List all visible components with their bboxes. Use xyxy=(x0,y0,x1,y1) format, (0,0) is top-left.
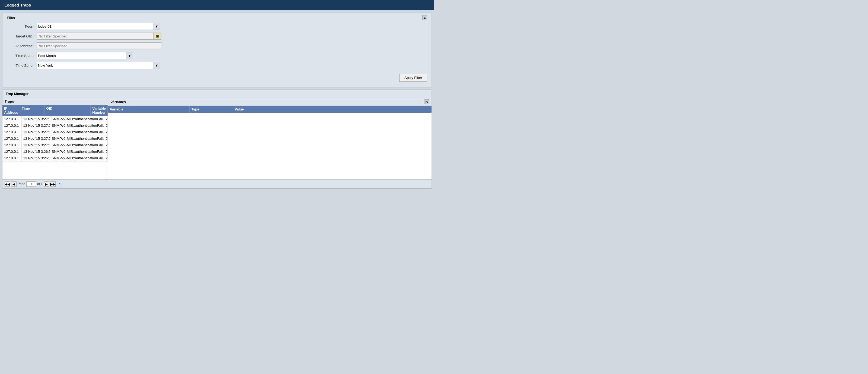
last-page-icon: ▶▶ xyxy=(50,182,56,186)
table-row[interactable]: 127.0.0.1 13 Nov '15 3:26:56 SNMPv2-MIB:… xyxy=(2,155,108,162)
traps-panel: Traps IP Address Time OID Variable Numbe… xyxy=(2,98,108,179)
time-zone-dropdown-arrow[interactable]: ▼ xyxy=(153,62,160,69)
chevron-down-icon: ▼ xyxy=(155,24,158,29)
cell-ip: 127.0.0.1 xyxy=(2,148,22,155)
peer-dropdown-wrapper: ledes-01 ▼ xyxy=(37,23,160,30)
last-page-button[interactable]: ▶▶ xyxy=(50,181,56,187)
cell-time: 13 Nov '15 3:26:56 xyxy=(22,155,50,161)
page-title: Logged Traps xyxy=(0,0,434,10)
cell-time: 13 Nov '15 3:27:08 xyxy=(22,129,50,135)
traps-table-body: 127.0.0.1 13 Nov '15 3:27:14 SNMPv2-MIB:… xyxy=(2,116,108,179)
var-col-header-type: Type xyxy=(190,106,233,113)
cell-varnum: 2 xyxy=(104,136,108,142)
traps-title: Traps xyxy=(2,98,108,105)
page-of-label: of 1 xyxy=(37,182,42,186)
cell-oid: SNMPv2-MIB::authenticationFailure xyxy=(50,122,104,128)
apply-filter-button[interactable]: Apply Filter xyxy=(399,74,427,82)
cell-ip: 127.0.0.1 xyxy=(2,142,22,148)
time-span-dropdown-wrapper: Past Month ▼ xyxy=(37,52,133,59)
target-oid-label: Target OID: xyxy=(7,34,37,38)
cell-oid: SNMPv2-MIB::authenticationFailure xyxy=(50,148,104,155)
col-header-oid: OID xyxy=(44,105,91,116)
ip-address-row: IP Address: xyxy=(7,42,427,49)
table-row[interactable]: 127.0.0.1 13 Nov '15 3:27:14 SNMPv2-MIB:… xyxy=(2,116,108,122)
chevron-down-icon: ▼ xyxy=(155,63,158,67)
cell-oid: SNMPv2-MIB::authenticationFailure xyxy=(50,136,104,142)
filter-label: Filter xyxy=(7,16,16,20)
col-header-varnum: Variable Number xyxy=(91,105,108,116)
first-page-icon: ◀◀ xyxy=(5,182,10,186)
peer-row: Peer: ledes-01 ▼ xyxy=(7,23,427,30)
page-number-input[interactable] xyxy=(26,181,36,187)
cell-ip: 127.0.0.1 xyxy=(2,129,22,135)
time-span-select[interactable]: Past Month xyxy=(37,52,126,59)
traps-table-header: IP Address Time OID Variable Number xyxy=(2,105,108,116)
cell-oid: SNMPv2-MIB::authenticationFailure xyxy=(50,155,104,161)
variables-table-body xyxy=(108,113,432,179)
filter-collapse-button[interactable]: ▲ xyxy=(422,15,427,20)
browse-icon: ⊞ xyxy=(156,34,159,38)
variables-panel: Variables ▷ Variable Type Value xyxy=(108,98,432,179)
var-col-header-variable: Variable xyxy=(108,106,190,113)
cell-time: 13 Nov '15 3:27:11 xyxy=(22,122,50,128)
peer-select[interactable]: ledes-01 xyxy=(37,23,153,30)
oid-group: ⊞ xyxy=(37,33,161,39)
cell-oid: SNMPv2-MIB::authenticationFailure xyxy=(50,142,104,148)
peer-dropdown-arrow[interactable]: ▼ xyxy=(153,23,160,30)
refresh-button[interactable]: ↻ xyxy=(57,181,63,187)
cell-varnum: 2 xyxy=(104,155,108,161)
refresh-icon: ↻ xyxy=(58,181,62,187)
prev-page-button[interactable]: ◀ xyxy=(11,181,17,187)
cell-ip: 127.0.0.1 xyxy=(2,136,22,142)
collapse-icon: ▲ xyxy=(423,16,427,20)
filter-section: Filter ▲ Peer: ledes-01 ▼ Target OID: ⊞ … xyxy=(2,12,432,87)
col-header-time: Time xyxy=(20,105,44,116)
filter-header: Filter ▲ xyxy=(7,15,427,20)
cell-varnum: 2 xyxy=(104,142,108,148)
cell-varnum: 2 xyxy=(104,122,108,128)
table-row[interactable]: 127.0.0.1 13 Nov '15 3:27:02 SNMPv2-MIB:… xyxy=(2,142,108,148)
trap-content: Traps IP Address Time OID Variable Numbe… xyxy=(2,98,432,179)
table-row[interactable]: 127.0.0.1 13 Nov '15 3:27:08 SNMPv2-MIB:… xyxy=(2,129,108,136)
time-zone-select[interactable]: New York xyxy=(37,62,153,69)
cell-time: 13 Nov '15 3:26:59 xyxy=(22,148,50,155)
col-header-ip: IP Address xyxy=(2,105,20,116)
target-oid-row: Target OID: ⊞ xyxy=(7,33,427,39)
time-span-label: Time Span: xyxy=(7,54,37,58)
cell-varnum: 2 xyxy=(104,148,108,155)
time-zone-row: Time Zone: New York ▼ xyxy=(7,62,427,69)
trap-manager-section: Trap Manager Traps IP Address Time OID V… xyxy=(2,90,432,189)
table-row[interactable]: 127.0.0.1 13 Nov '15 3:27:05 SNMPv2-MIB:… xyxy=(2,136,108,142)
variables-expand-button[interactable]: ▷ xyxy=(425,99,429,104)
variables-table-header: Variable Type Value xyxy=(108,106,432,113)
cell-time: 13 Nov '15 3:27:05 xyxy=(22,136,50,142)
ip-address-label: IP Address: xyxy=(7,44,37,48)
cell-time: 13 Nov '15 3:27:14 xyxy=(22,116,50,122)
chevron-down-icon: ▼ xyxy=(128,54,131,58)
cell-oid: SNMPv2-MIB::authenticationFailure xyxy=(50,116,104,122)
cell-ip: 127.0.0.1 xyxy=(2,116,22,122)
ip-address-input[interactable] xyxy=(37,42,161,49)
table-row[interactable]: 127.0.0.1 13 Nov '15 3:26:59 SNMPv2-MIB:… xyxy=(2,148,108,155)
next-page-button[interactable]: ▶ xyxy=(44,181,49,187)
expand-icon: ▷ xyxy=(426,100,428,104)
cell-oid: SNMPv2-MIB::authenticationFailure xyxy=(50,129,104,135)
trap-manager-header: Trap Manager xyxy=(2,90,432,98)
cell-varnum: 2 xyxy=(104,129,108,135)
var-col-header-value: Value xyxy=(233,106,432,113)
time-span-dropdown-arrow[interactable]: ▼ xyxy=(126,52,133,59)
time-span-row: Time Span: Past Month ▼ xyxy=(7,52,427,59)
oid-browse-button[interactable]: ⊞ xyxy=(153,33,161,39)
cell-ip: 127.0.0.1 xyxy=(2,155,22,161)
pagination: ◀◀ ◀ Page of 1 ▶ ▶▶ ↻ xyxy=(2,179,432,189)
table-row[interactable]: 127.0.0.1 13 Nov '15 3:27:11 SNMPv2-MIB:… xyxy=(2,122,108,129)
prev-page-icon: ◀ xyxy=(12,182,15,186)
next-page-icon: ▶ xyxy=(45,182,48,186)
cell-time: 13 Nov '15 3:27:02 xyxy=(22,142,50,148)
first-page-button[interactable]: ◀◀ xyxy=(5,181,10,187)
time-zone-dropdown-wrapper: New York ▼ xyxy=(37,62,160,69)
page-label: Page xyxy=(18,182,25,186)
time-zone-label: Time Zone: xyxy=(7,63,37,67)
target-oid-input[interactable] xyxy=(37,33,153,39)
variables-label: Variables xyxy=(111,100,126,104)
